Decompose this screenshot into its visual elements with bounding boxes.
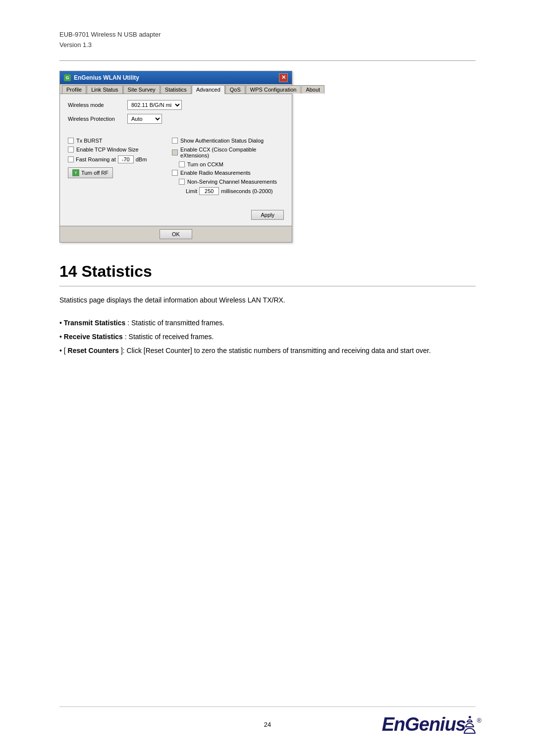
fast-roaming-unit: dBm	[136, 156, 147, 162]
section-name: Statistics	[81, 262, 152, 280]
wlan-utility-window: G EnGenius WLAN Utility ✕ Profile Link S…	[59, 71, 292, 243]
product-name: EUB-9701 Wireless N USB adapter	[59, 30, 476, 40]
show-auth-dialog-row: Show Authentication Status Dialog	[172, 138, 284, 144]
enable-ccx-checkbox[interactable]	[172, 150, 178, 155]
turn-off-rf-button[interactable]: Y Turn off RF	[68, 167, 113, 178]
bullet-transmit: • Transmit Statistics : Statistic of tra…	[59, 317, 476, 329]
wireless-protection-row: Wireless Protection Auto	[68, 114, 284, 124]
wireless-mode-label: Wireless mode	[68, 102, 127, 108]
window-title-left: G EnGenius WLAN Utility	[64, 74, 139, 81]
tcp-window-label: Enable TCP Window Size	[76, 147, 139, 152]
transmit-term: Transmit Statistics	[64, 319, 126, 327]
brand-logo-area: EnGenius ®	[337, 715, 476, 734]
tab-wps-configuration[interactable]: WPS Configuration	[246, 85, 301, 94]
window-title-text: EnGenius WLAN Utility	[74, 74, 139, 81]
header-divider	[59, 60, 476, 61]
window-footer: OK	[60, 226, 292, 242]
fast-roaming-row: Fast Roaming at dBm	[68, 155, 172, 163]
section-title: 14 Statistics	[59, 262, 476, 287]
receive-desc: : Statistic of received frames.	[125, 333, 214, 341]
bullet-list: • Transmit Statistics : Statistic of tra…	[59, 317, 476, 356]
turn-on-cckm-checkbox[interactable]	[179, 161, 185, 167]
tabs-bar: Profile Link Status Site Survey Statisti…	[60, 84, 292, 94]
tab-about[interactable]: About	[301, 85, 324, 94]
apply-button[interactable]: Apply	[251, 210, 284, 220]
bullet-receive: • Receive Statistics : Statistic of rece…	[59, 331, 476, 343]
enable-radio-checkbox[interactable]	[172, 170, 178, 176]
fast-roaming-checkbox[interactable]	[68, 156, 74, 162]
rf-icon: Y	[72, 169, 79, 176]
enable-radio-label: Enable Radio Measurements	[180, 170, 251, 176]
non-serving-row: Non-Serving Channel Measurements	[172, 179, 284, 185]
tab-statistics[interactable]: Statistics	[160, 85, 191, 94]
transmit-desc: : Statistic of transmitted frames.	[127, 319, 224, 327]
fast-roaming-input[interactable]	[118, 155, 134, 163]
fast-roaming-label: Fast Roaming at	[76, 156, 116, 162]
tab-advanced[interactable]: Advanced	[192, 85, 225, 94]
options-columns: Tx BURST Enable TCP Window Size Fast Roa…	[68, 138, 284, 195]
bullet-reset: • [ Reset Counters ]: Click [Reset Count…	[59, 345, 476, 357]
window-titlebar: G EnGenius WLAN Utility ✕	[60, 71, 292, 84]
tab-link-status[interactable]: Link Status	[87, 85, 122, 94]
brand-name: EnGenius	[382, 715, 466, 734]
section-description: Statistics page displays the detail info…	[59, 295, 476, 305]
tab-profile[interactable]: Profile	[62, 85, 86, 94]
tcp-window-checkbox[interactable]	[68, 147, 74, 152]
tx-burst-checkbox[interactable]	[68, 138, 74, 144]
window-body: Wireless mode 802.11 B/G/N mix Wireless …	[60, 94, 292, 226]
show-auth-dialog-checkbox[interactable]	[172, 138, 178, 144]
registered-mark: ®	[477, 717, 482, 724]
wireless-mode-row: Wireless mode 802.11 B/G/N mix	[68, 100, 284, 110]
limit-row: Limit milliseconds (0-2000)	[172, 187, 284, 195]
left-options-col: Tx BURST Enable TCP Window Size Fast Roa…	[68, 138, 172, 195]
enable-ccx-row: Enable CCX (Cisco Compatible eXtensions)	[172, 147, 284, 158]
show-auth-dialog-label: Show Authentication Status Dialog	[180, 138, 264, 144]
turn-off-rf-label: Turn off RF	[81, 170, 108, 176]
ok-button[interactable]: OK	[160, 229, 192, 239]
window-close-button[interactable]: ✕	[279, 73, 288, 82]
reset-desc: ]: Click [Reset Counter] to zero the sta…	[121, 347, 431, 354]
tx-burst-label: Tx BURST	[76, 138, 103, 144]
apply-btn-row: Apply	[68, 195, 284, 220]
wireless-protection-label: Wireless Protection	[68, 116, 127, 122]
turn-on-cckm-label: Turn on CCKM	[187, 161, 223, 167]
limit-input[interactable]	[199, 187, 219, 195]
non-serving-label: Non-Serving Channel Measurements	[187, 179, 277, 185]
turn-on-cckm-row: Turn on CCKM	[172, 161, 284, 167]
wifi-arcs	[467, 716, 476, 734]
tcp-window-row: Enable TCP Window Size	[68, 147, 172, 152]
tab-qos[interactable]: QoS	[225, 85, 245, 94]
tx-burst-row: Tx BURST	[68, 138, 172, 144]
non-serving-checkbox[interactable]	[179, 179, 185, 185]
wireless-mode-select[interactable]: 802.11 B/G/N mix	[127, 100, 182, 110]
reset-term: Reset Counters	[68, 347, 119, 354]
enable-radio-row: Enable Radio Measurements	[172, 170, 284, 176]
limit-unit: milliseconds (0-2000)	[221, 188, 273, 194]
enable-ccx-label: Enable CCX (Cisco Compatible eXtensions)	[180, 147, 284, 158]
wireless-protection-select[interactable]: Auto	[127, 114, 162, 124]
section-number: 14	[59, 262, 77, 280]
product-version: Version 1.3	[59, 40, 476, 50]
window-app-icon: G	[64, 74, 71, 81]
doc-header: EUB-9701 Wireless N USB adapter Version …	[59, 30, 476, 50]
page-number: 24	[198, 721, 337, 728]
right-options-col: Show Authentication Status Dialog Enable…	[172, 138, 284, 195]
receive-term: Receive Statistics	[64, 333, 123, 341]
tab-site-survey[interactable]: Site Survey	[123, 85, 160, 94]
limit-label: Limit	[186, 188, 197, 194]
engenius-logo: EnGenius ®	[382, 715, 476, 734]
